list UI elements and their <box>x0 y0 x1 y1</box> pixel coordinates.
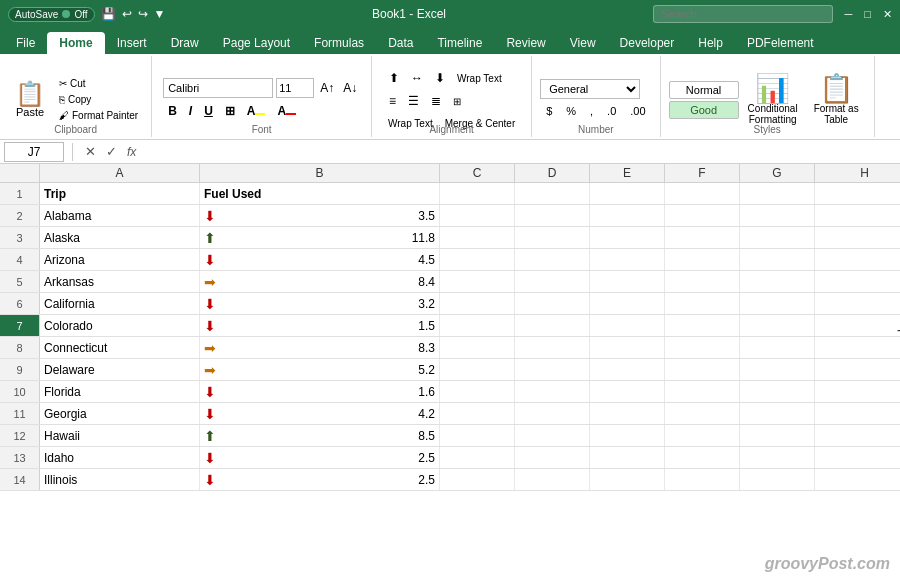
cell-g-1[interactable] <box>740 183 815 204</box>
cell-d-4[interactable] <box>515 249 590 270</box>
paste-button[interactable]: 📋 Paste <box>8 79 52 121</box>
cell-e-13[interactable] <box>590 447 665 468</box>
autosave-toggle[interactable]: AutoSave Off <box>8 7 95 22</box>
cell-g-2[interactable] <box>740 205 815 226</box>
col-header-b[interactable]: B <box>200 164 440 182</box>
align-middle-button[interactable]: ↔ <box>406 68 428 88</box>
cell-c-12[interactable] <box>440 425 515 446</box>
cell-a-13[interactable]: Idaho <box>40 447 200 468</box>
normal-style-button[interactable]: Normal <box>669 81 739 99</box>
cell-d-10[interactable] <box>515 381 590 402</box>
cell-g-12[interactable] <box>740 425 815 446</box>
cell-a-8[interactable]: Connecticut <box>40 337 200 358</box>
cell-c-8[interactable] <box>440 337 515 358</box>
cell-d-7[interactable] <box>515 315 590 336</box>
cell-c-10[interactable] <box>440 381 515 402</box>
format-as-table-button[interactable]: 📋 Format asTable <box>807 70 866 130</box>
cell-g-6[interactable] <box>740 293 815 314</box>
cell-a-2[interactable]: Alabama <box>40 205 200 226</box>
good-style-button[interactable]: Good <box>669 101 739 119</box>
cell-f-8[interactable] <box>665 337 740 358</box>
cut-button[interactable]: ✂ Cut <box>54 76 143 91</box>
decrease-decimal-button[interactable]: .00 <box>624 102 651 120</box>
cell-f-1[interactable] <box>665 183 740 204</box>
col-header-a[interactable]: A <box>40 164 200 182</box>
row-number[interactable]: 3 <box>0 227 40 248</box>
cell-h-4[interactable] <box>815 249 900 270</box>
cell-b-9[interactable]: ➡︎5.2 <box>200 359 440 380</box>
row-number[interactable]: 8 <box>0 337 40 358</box>
tab-file[interactable]: File <box>4 32 47 54</box>
tab-insert[interactable]: Insert <box>105 32 159 54</box>
row-number[interactable]: 2 <box>0 205 40 226</box>
confirm-formula-button[interactable]: ✓ <box>102 143 121 160</box>
row-number[interactable]: 5 <box>0 271 40 292</box>
tab-data[interactable]: Data <box>376 32 425 54</box>
cell-h-2[interactable] <box>815 205 900 226</box>
cell-a-7[interactable]: Colorado <box>40 315 200 336</box>
cell-h-11[interactable] <box>815 403 900 424</box>
cell-f-9[interactable] <box>665 359 740 380</box>
cell-c-6[interactable] <box>440 293 515 314</box>
cell-e-11[interactable] <box>590 403 665 424</box>
cell-e-9[interactable] <box>590 359 665 380</box>
cell-f-14[interactable] <box>665 469 740 490</box>
cell-f-12[interactable] <box>665 425 740 446</box>
cell-f-11[interactable] <box>665 403 740 424</box>
cell-h-14[interactable] <box>815 469 900 490</box>
cell-g-8[interactable] <box>740 337 815 358</box>
cell-b-10[interactable]: ⬇︎1.6 <box>200 381 440 402</box>
cell-c-13[interactable] <box>440 447 515 468</box>
increase-decimal-button[interactable]: .0 <box>601 102 622 120</box>
row-number[interactable]: 13 <box>0 447 40 468</box>
cell-f-2[interactable] <box>665 205 740 226</box>
cell-h-3[interactable] <box>815 227 900 248</box>
format-painter-button[interactable]: 🖌 Format Painter <box>54 108 143 123</box>
align-center-button[interactable]: ☰ <box>403 91 424 111</box>
cell-b-14[interactable]: ⬇︎2.5 <box>200 469 440 490</box>
font-size-decrease[interactable]: A↓ <box>340 79 360 97</box>
formula-input[interactable] <box>144 142 896 162</box>
row-number[interactable]: 11 <box>0 403 40 424</box>
row-number[interactable]: 9 <box>0 359 40 380</box>
cell-a-1[interactable]: Trip <box>40 183 200 204</box>
col-header-g[interactable]: G <box>740 164 815 182</box>
underline-button[interactable]: U <box>199 101 218 121</box>
row-number[interactable]: 6 <box>0 293 40 314</box>
maximize-icon[interactable]: □ <box>864 8 871 20</box>
align-left-button[interactable]: ≡ <box>384 91 401 111</box>
cell-c-11[interactable] <box>440 403 515 424</box>
cell-a-5[interactable]: Arkansas <box>40 271 200 292</box>
border-button[interactable]: ⊞ <box>220 101 240 121</box>
cell-e-3[interactable] <box>590 227 665 248</box>
cell-d-13[interactable] <box>515 447 590 468</box>
row-number[interactable]: 1 <box>0 183 40 204</box>
merge-center-button[interactable]: ⊞ <box>448 91 466 111</box>
row-number[interactable]: 12 <box>0 425 40 446</box>
cell-a-14[interactable]: Illinois <box>40 469 200 490</box>
cell-f-6[interactable] <box>665 293 740 314</box>
cell-c-5[interactable] <box>440 271 515 292</box>
row-number[interactable]: 7 <box>0 315 40 336</box>
cell-g-5[interactable] <box>740 271 815 292</box>
comma-button[interactable]: , <box>584 102 599 120</box>
cell-b-4[interactable]: ⬇︎4.5 <box>200 249 440 270</box>
cancel-formula-button[interactable]: ✕ <box>81 143 100 160</box>
cell-h-13[interactable] <box>815 447 900 468</box>
cell-g-3[interactable] <box>740 227 815 248</box>
col-header-f[interactable]: F <box>665 164 740 182</box>
tab-pdfelement[interactable]: PDFelement <box>735 32 826 54</box>
undo-icon[interactable]: ↩ <box>122 7 132 21</box>
align-top-button[interactable]: ⬆ <box>384 68 404 88</box>
cell-c-3[interactable] <box>440 227 515 248</box>
cell-f-4[interactable] <box>665 249 740 270</box>
row-number[interactable]: 10 <box>0 381 40 402</box>
cell-d-14[interactable] <box>515 469 590 490</box>
cell-g-13[interactable] <box>740 447 815 468</box>
cell-d-1[interactable] <box>515 183 590 204</box>
cell-a-3[interactable]: Alaska <box>40 227 200 248</box>
cell-e-4[interactable] <box>590 249 665 270</box>
cell-g-9[interactable] <box>740 359 815 380</box>
cell-f-3[interactable] <box>665 227 740 248</box>
cell-h-7[interactable] <box>815 315 900 336</box>
